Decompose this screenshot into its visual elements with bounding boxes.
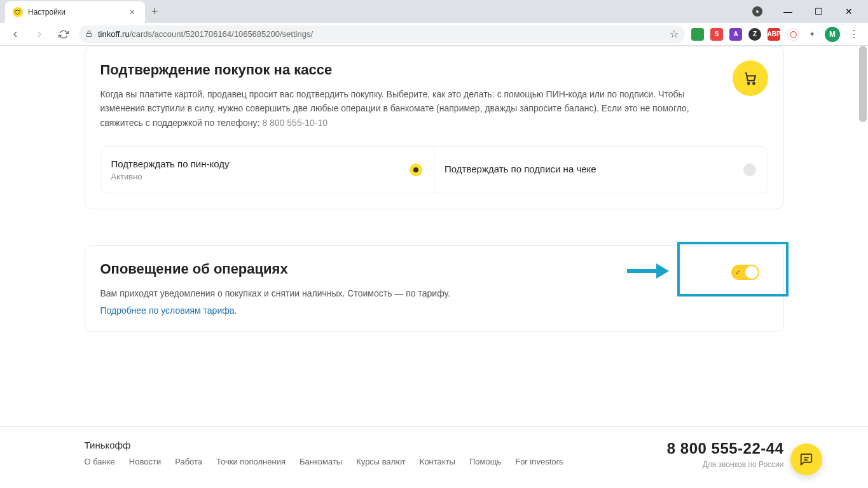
browser-chrome: 🛡 Настройки × + ● — ☐ ✕ tinkoff.ru/cards…	[0, 0, 868, 46]
lock-icon	[85, 29, 93, 40]
back-button[interactable]	[6, 25, 24, 43]
footer-phone: 8 800 555-22-44	[667, 440, 784, 457]
option-signature[interactable]: Подтверждать по подписи на чеке	[434, 147, 768, 193]
chat-button[interactable]	[790, 443, 822, 475]
purchase-confirmation-card: Подтверждение покупок на кассе Когда вы …	[85, 46, 784, 209]
footer-link[interactable]: Работа	[175, 457, 202, 466]
extensions-puzzle-icon[interactable]: ✦	[806, 28, 818, 41]
footer-link[interactable]: Банкоматы	[300, 457, 342, 466]
footer: Тинькофф О банке Новости Работа Точки по…	[0, 426, 868, 488]
tariff-link[interactable]: Подробнее по условиям тарифа.	[100, 305, 237, 316]
notifications-card: ✓ Оповещение об операциях Вам приходят у…	[85, 245, 784, 331]
footer-link[interactable]: Помощь	[469, 457, 501, 466]
check-icon: ✓	[735, 268, 741, 277]
radio-active-icon[interactable]	[410, 164, 422, 176]
url-text: tinkoff.ru/cards/account/5201706164/1065…	[98, 29, 665, 39]
page-content: Подтверждение покупок на кассе Когда вы …	[0, 46, 868, 488]
browser-toolbar: tinkoff.ru/cards/account/5201706164/1065…	[0, 23, 868, 46]
bookmark-icon[interactable]: ☆	[670, 28, 679, 40]
minimize-button[interactable]: —	[774, 2, 802, 21]
reload-button[interactable]	[55, 25, 72, 43]
maximize-button[interactable]: ☐	[804, 2, 832, 21]
browser-tab[interactable]: 🛡 Настройки ×	[5, 1, 145, 23]
footer-link[interactable]: Точки пополнения	[216, 457, 286, 466]
brand-name: Тинькофф	[85, 440, 563, 450]
extension-icon[interactable]: ABP	[768, 28, 780, 41]
notifications-toggle[interactable]: ✓	[731, 265, 759, 280]
close-window-button[interactable]: ✕	[835, 2, 863, 21]
option-pin[interactable]: Подтверждать по пин-коду Активно	[101, 147, 434, 193]
svg-rect-0	[86, 33, 92, 36]
confirmation-options: Подтверждать по пин-коду Активно Подтвер…	[100, 146, 768, 193]
footer-link[interactable]: Курсы валют	[356, 457, 406, 466]
forward-button[interactable]	[31, 25, 48, 43]
extension-icon[interactable]: Z	[748, 28, 761, 41]
url-bar[interactable]: tinkoff.ru/cards/account/5201706164/1065…	[79, 25, 685, 43]
menu-icon[interactable]: ⋮	[846, 28, 862, 40]
extension-icon[interactable]: ◯	[787, 28, 799, 41]
extension-icon[interactable]	[691, 28, 704, 41]
profile-avatar[interactable]: M	[825, 27, 840, 42]
svg-point-1	[747, 83, 749, 85]
extensions-row: S A Z ABP ◯ ✦ M ⋮	[691, 27, 862, 42]
tab-title: Настройки	[28, 8, 127, 17]
extension-icon[interactable]: A	[729, 28, 742, 41]
card-title: Подтверждение покупок на кассе	[100, 62, 768, 78]
footer-link[interactable]: Новости	[129, 457, 161, 466]
footer-left: Тинькофф О банке Новости Работа Точки по…	[85, 440, 563, 466]
svg-marker-4	[656, 263, 669, 279]
card-description: Вам приходят уведомления о покупках и сн…	[100, 286, 711, 300]
arrow-annotation	[624, 258, 669, 286]
notifications-toggle-wrap: ✓	[722, 258, 768, 286]
card-description: Когда вы платите картой, продавец просит…	[100, 87, 711, 130]
radio-inactive-icon[interactable]	[743, 164, 756, 176]
footer-right: 8 800 555-22-44 Для звонков по России	[667, 440, 784, 469]
favicon-icon: 🛡	[13, 7, 23, 17]
svg-point-2	[753, 83, 755, 85]
window-controls: ● — ☐ ✕	[743, 2, 868, 21]
tab-strip: 🛡 Настройки × + ● — ☐ ✕	[0, 0, 868, 23]
footer-link[interactable]: Контакты	[420, 457, 455, 466]
footer-link[interactable]: О банке	[85, 457, 115, 466]
scrollbar[interactable]	[859, 46, 867, 122]
incognito-icon: ●	[743, 2, 771, 21]
extension-icon[interactable]: S	[710, 28, 723, 41]
new-tab-button[interactable]: +	[145, 5, 165, 18]
close-icon[interactable]: ×	[127, 7, 137, 17]
footer-links: О банке Новости Работа Точки пополнения …	[85, 457, 563, 466]
footer-link[interactable]: For investors	[515, 457, 563, 466]
cart-icon	[733, 60, 768, 96]
footer-phone-caption: Для звонков по России	[667, 460, 784, 469]
support-phone: 8 800 555-10-10	[262, 118, 327, 128]
toggle-knob	[745, 266, 758, 279]
